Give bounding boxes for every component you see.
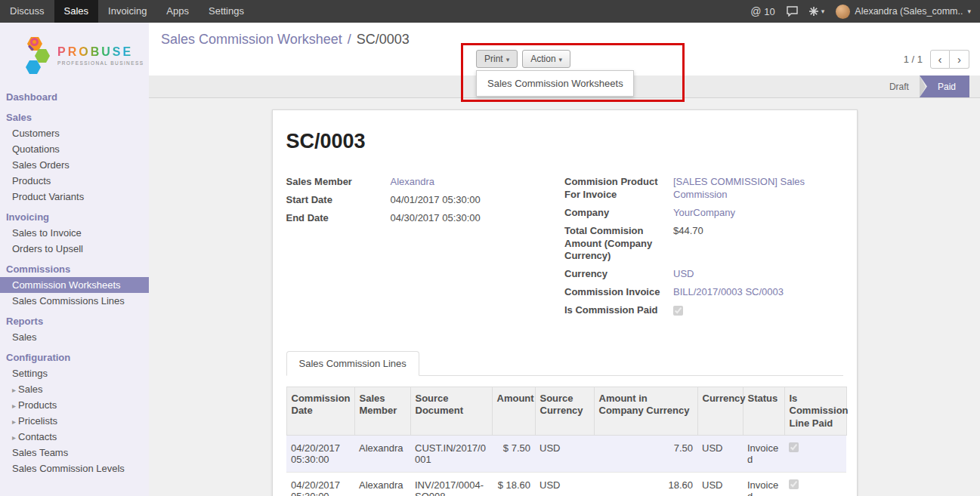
app-logo[interactable]: PROBUSE PROFESSIONAL BUSINESS [0,23,149,85]
field-value-commission-invoice[interactable]: BILL/2017/0003 SC/0003 [673,286,784,299]
field-column-right: Commision Product For Invoice [SALES COM… [564,176,843,322]
expand-caret-icon: ▸ [12,417,16,426]
field-commission-product: Commision Product For Invoice [SALES COM… [564,176,843,202]
chat-bubble-icon [787,6,798,17]
field-label: Sales Member [286,176,391,189]
column-header-amount[interactable]: Amount [492,387,535,436]
cell-line-paid [784,472,846,496]
column-header-amount-company-currency[interactable]: Amount in Company Currency [594,387,697,436]
field-company: Company YourCompany [564,207,843,220]
column-header-currency[interactable]: Currency [697,387,743,436]
line-paid-checkbox [789,442,799,452]
line-paid-checkbox [789,479,799,489]
sidebar-item-label: Sales [18,384,43,395]
logo-text: PROBUSE PROFESSIONAL BUSINESS [57,45,144,66]
tab-strip: Sales Commission Lines [286,351,843,376]
field-value-currency[interactable]: USD [673,268,694,281]
sidebar-item-commission-worksheets[interactable]: Commission Worksheets [0,277,149,293]
cell-sales-member: Alexandra [354,472,410,496]
cell-source-document: CUST.IN/2017/0001 [410,435,492,472]
cell-company-amount: 7.50 [594,435,697,472]
cell-amount: $ 7.50 [492,435,535,472]
sidebar-item-orders-to-upsell[interactable]: Orders to Upsell [0,241,149,257]
pager-value: 1 / 1 [904,54,923,65]
chevron-down-icon: ▾ [506,56,510,63]
user-name: Alexandra (Sales_comm.. [855,6,963,17]
status-stage-draft: Draft [879,75,920,97]
user-menu[interactable]: Alexandra (Sales_comm.. ▾ [836,5,971,19]
menu-invoicing[interactable]: Invoicing [98,0,156,23]
menu-discuss[interactable]: Discuss [0,0,54,23]
field-is-commission-paid: Is Commission Paid [564,304,843,317]
probuse-logo-icon [26,35,53,75]
breadcrumb-separator: / [348,32,351,47]
cell-source-document: INV/2017/0004-SO008 [410,472,492,496]
field-value-company[interactable]: YourCompany [673,207,735,220]
sidebar-item-reports-sales[interactable]: Sales [0,329,149,345]
pager-previous-button[interactable]: ‹ [930,50,950,69]
sidebar-heading-invoicing[interactable]: Invoicing [0,209,149,225]
mentions-button[interactable]: @ 10 [750,5,775,17]
column-header-sales-member[interactable]: Sales Member [354,387,410,436]
logo-name: PROBUSE [57,45,144,59]
menu-settings[interactable]: Settings [199,0,254,23]
cell-source-currency: USD [535,472,594,496]
print-dropdown-menu: Sales Commission Worksheets [476,70,634,97]
sidebar-heading-commissions[interactable]: Commissions [0,261,149,277]
tab-sales-commission-lines[interactable]: Sales Commission Lines [286,351,419,376]
field-value-commission-product[interactable]: [SALES COMMISSION] Sales Commission [673,176,843,202]
field-label: Start Date [286,194,391,207]
sidebar-item-product-variants[interactable]: Product Variants [0,189,149,205]
sidebar-item-settings[interactable]: Settings [0,365,149,381]
pager-next-button[interactable]: › [950,50,969,69]
action-button[interactable]: Action▾ [522,50,570,68]
cell-commission-date: 04/20/2017 05:30:00 [286,435,354,472]
sidebar-item-quotations[interactable]: Quotations [0,141,149,157]
sidebar-item-config-products[interactable]: ▸Products [0,397,149,413]
chevron-down-icon: ▾ [821,8,825,15]
column-header-commission-date[interactable]: Commission Date [286,387,354,436]
sidebar-item-config-pricelists[interactable]: ▸Pricelists [0,413,149,429]
topbar-menus: Discuss Sales Invoicing Apps Settings [0,0,254,23]
field-label: Company [564,207,673,220]
logo-tagline: PROFESSIONAL BUSINESS [57,60,144,66]
form-sheet: SC/0003 Sales Member Alexandra Start Dat… [272,109,858,496]
sidebar-item-config-sales[interactable]: ▸Sales [0,381,149,397]
sidebar-item-sales-teams[interactable]: Sales Teams [0,445,149,461]
menu-apps[interactable]: Apps [156,0,199,23]
chat-button[interactable] [787,6,798,17]
column-header-is-commission-line-paid[interactable]: Is Commission Line Paid [784,387,846,436]
sidebar-heading-dashboard[interactable]: Dashboard [0,89,149,105]
breadcrumb-parent[interactable]: Sales Commission Worksheet [161,32,342,47]
field-value-sales-member[interactable]: Alexandra [391,176,435,189]
sidebar-item-sales-orders[interactable]: Sales Orders [0,157,149,173]
menu-sales[interactable]: Sales [54,0,99,23]
sidebar-heading-sales[interactable]: Sales [0,109,149,125]
column-header-source-currency[interactable]: Source Currency [535,387,594,436]
cell-company-amount: 18.60 [594,472,697,496]
sidebar-heading-reports[interactable]: Reports [0,313,149,329]
at-icon: @ [750,5,761,17]
sidebar-item-products[interactable]: Products [0,173,149,189]
sidebar-item-config-contacts[interactable]: ▸Contacts [0,429,149,445]
print-button[interactable]: Print▾ [476,50,518,68]
table-row[interactable]: 04/20/2017 05:30:00 Alexandra CUST.IN/20… [286,435,846,472]
systray: @ 10 ▾ Alexandra (Sales_comm.. [750,0,980,23]
sidebar-item-customers[interactable]: Customers [0,125,149,141]
sidebar-item-sales-to-invoice[interactable]: Sales to Invoice [0,225,149,241]
sidebar-heading-configuration[interactable]: Configuration [0,350,149,365]
sidebar-item-label: Pricelists [18,415,57,427]
activities-button[interactable]: ▾ [809,7,825,16]
menu-item-sales-commission-worksheets[interactable]: Sales Commission Worksheets [477,74,633,93]
breadcrumb: Sales Commission Worksheet/SC/0003 [161,32,980,48]
magnifier-icon [30,38,39,46]
sidebar-item-sales-commissions-lines[interactable]: Sales Commissions Lines [0,293,149,309]
status-stage-paid: Paid [920,75,969,97]
table-row[interactable]: 04/20/2017 05:30:00 Alexandra INV/2017/0… [286,472,846,496]
field-currency: Currency USD [564,268,843,281]
column-header-status[interactable]: Status [743,387,784,436]
table-header-row: Commission Date Sales Member Source Docu… [286,387,846,436]
sidebar-item-sales-commission-levels[interactable]: Sales Commission Levels [0,461,149,476]
column-header-source-document[interactable]: Source Document [410,387,492,436]
field-value-end-date: 04/30/2017 05:30:00 [391,212,481,225]
